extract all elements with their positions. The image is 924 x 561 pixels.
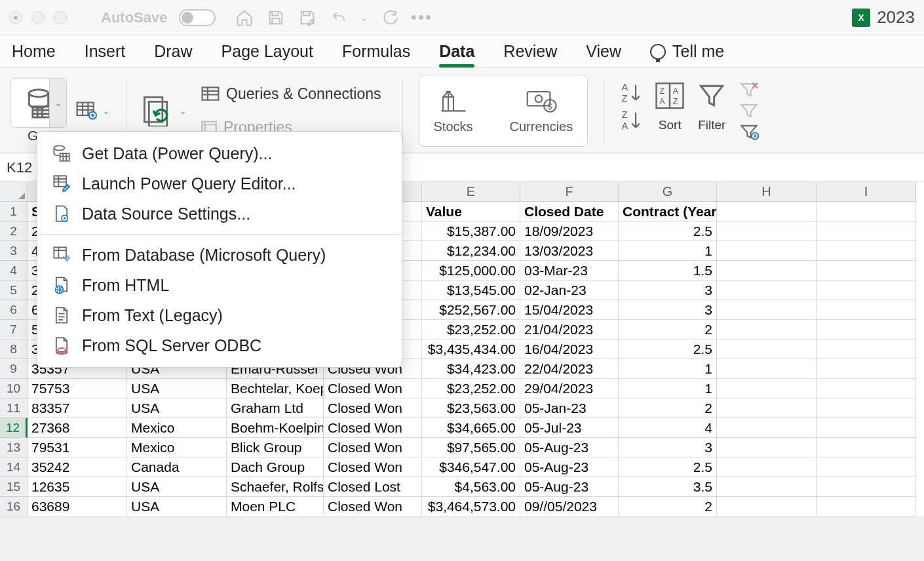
cell[interactable]: 1 (619, 241, 717, 261)
row-header[interactable]: 5 (0, 280, 28, 300)
cell[interactable] (717, 300, 817, 320)
cell[interactable]: $12,234.00 (422, 241, 520, 261)
cell[interactable]: 4 (619, 418, 717, 438)
cell[interactable] (717, 497, 817, 516)
row-header[interactable]: 4 (0, 261, 28, 280)
cell[interactable]: Closed Date (520, 202, 619, 222)
cell[interactable] (717, 477, 817, 497)
cell[interactable] (817, 379, 916, 398)
cell[interactable]: Contract (Years) (619, 202, 717, 222)
cell[interactable]: 05-Aug-23 (520, 457, 619, 477)
cell[interactable] (717, 438, 817, 457)
cell[interactable]: $23,252.00 (422, 320, 520, 339)
column-header[interactable]: E (422, 182, 520, 202)
cell[interactable]: $97,565.00 (422, 438, 520, 457)
tab-insert[interactable]: Insert (85, 42, 126, 61)
cell[interactable]: 2.5 (619, 339, 717, 359)
tab-draw[interactable]: Draw (154, 42, 192, 61)
cell[interactable]: $13,545.00 (422, 280, 520, 300)
cell[interactable] (717, 457, 817, 477)
cell[interactable]: 05-Aug-23 (520, 477, 619, 497)
cell[interactable]: 3 (619, 438, 717, 457)
maximize-window-button[interactable] (54, 11, 67, 24)
cell[interactable]: $15,387.00 (422, 222, 520, 241)
close-window-button[interactable] (9, 11, 22, 24)
cell[interactable]: Mexico (127, 418, 227, 438)
reapply-filter-button[interactable] (738, 102, 760, 119)
menu-from-html[interactable]: From HTML (37, 270, 402, 300)
cell[interactable] (717, 359, 817, 379)
cell[interactable]: Schaefer, Rolfs (227, 477, 324, 497)
cell[interactable] (817, 418, 916, 438)
cell[interactable]: 83357 (28, 398, 127, 418)
cell[interactable]: 1 (619, 359, 717, 379)
row-header[interactable]: 15 (0, 477, 28, 497)
cell[interactable]: $125,000.00 (422, 261, 520, 280)
tab-data[interactable]: Data (439, 42, 474, 61)
row-header[interactable]: 13 (0, 438, 28, 457)
cell[interactable]: 13/03/2023 (520, 241, 619, 261)
save-edit-icon[interactable] (296, 6, 319, 29)
cell[interactable]: 79531 (28, 438, 127, 457)
cell[interactable]: 05-Jan-23 (520, 398, 619, 418)
cell[interactable]: 63689 (28, 497, 127, 516)
redo-icon[interactable] (378, 6, 402, 29)
cell[interactable]: $23,563.00 (422, 398, 520, 418)
cell[interactable]: 3 (619, 300, 717, 320)
cell[interactable]: Closed Won (324, 438, 422, 457)
cell[interactable] (817, 261, 916, 280)
cell[interactable] (817, 339, 916, 359)
cell[interactable]: Boehm-Koelpin (227, 418, 324, 438)
cell[interactable]: 15/04/2023 (520, 300, 619, 320)
cell[interactable] (717, 202, 817, 222)
sort-button[interactable]: ZAAZ (654, 81, 685, 110)
row-header[interactable]: 11 (0, 398, 28, 418)
cell[interactable]: Mexico (127, 438, 227, 457)
row-header[interactable]: 6 (0, 300, 28, 320)
cell[interactable]: 29/04/2023 (520, 379, 619, 398)
cell[interactable]: Closed Won (324, 497, 422, 516)
cell[interactable] (817, 320, 916, 339)
cell[interactable]: Dach Group (227, 457, 324, 477)
cell[interactable]: $34,665.00 (422, 418, 520, 438)
menu-launch-power-query-editor[interactable]: Launch Power Query Editor... (37, 168, 402, 199)
cell[interactable]: 27368 (28, 418, 127, 438)
cell[interactable]: 2 (619, 398, 717, 418)
row-header[interactable]: 14 (0, 457, 28, 477)
undo-icon[interactable] (327, 6, 351, 29)
cell[interactable] (717, 418, 817, 438)
cell[interactable]: $34,423.00 (422, 359, 520, 379)
refresh-all-button[interactable]: ⌄ (142, 95, 187, 126)
tab-review[interactable]: Review (503, 42, 557, 61)
cell[interactable]: 3.5 (619, 477, 717, 497)
cell[interactable]: $4,563.00 (422, 477, 520, 497)
cell[interactable]: 75753 (28, 379, 127, 398)
column-header[interactable]: F (520, 182, 619, 202)
tab-page-layout[interactable]: Page Layout (221, 42, 313, 61)
row-header[interactable]: 16 (0, 497, 28, 516)
cell[interactable]: 05-Aug-23 (520, 438, 619, 457)
home-icon[interactable] (233, 6, 256, 29)
column-header[interactable]: I (817, 182, 916, 202)
cell[interactable]: 1 (619, 379, 717, 398)
from-picture-button[interactable]: ⌄ (76, 102, 110, 120)
cell[interactable] (817, 457, 916, 477)
get-data-button[interactable]: ⌄ (10, 78, 67, 128)
row-header[interactable]: 8 (0, 339, 28, 359)
cell[interactable] (817, 241, 916, 261)
get-data-dropdown-arrow[interactable]: ⌄ (49, 79, 66, 127)
cell[interactable] (817, 280, 916, 300)
column-header[interactable]: H (717, 182, 817, 202)
menu-from-text-legacy[interactable]: From Text (Legacy) (37, 300, 402, 330)
cell[interactable] (817, 477, 916, 497)
data-types-gallery[interactable]: Stocks $ Currencies (419, 75, 588, 147)
menu-data-source-settings[interactable]: Data Source Settings... (37, 199, 402, 229)
cell[interactable]: 16/04/2023 (520, 339, 619, 359)
menu-get-data-power-query[interactable]: Get Data (Power Query)... (37, 138, 402, 168)
more-commands-icon[interactable]: ••• (410, 6, 433, 29)
row-header[interactable]: 9 (0, 359, 28, 379)
cell[interactable] (817, 497, 916, 516)
cell[interactable]: 21/04/2023 (520, 320, 619, 339)
cell[interactable]: $3,464,573.00 (422, 497, 520, 516)
cell[interactable]: Canada (127, 457, 227, 477)
